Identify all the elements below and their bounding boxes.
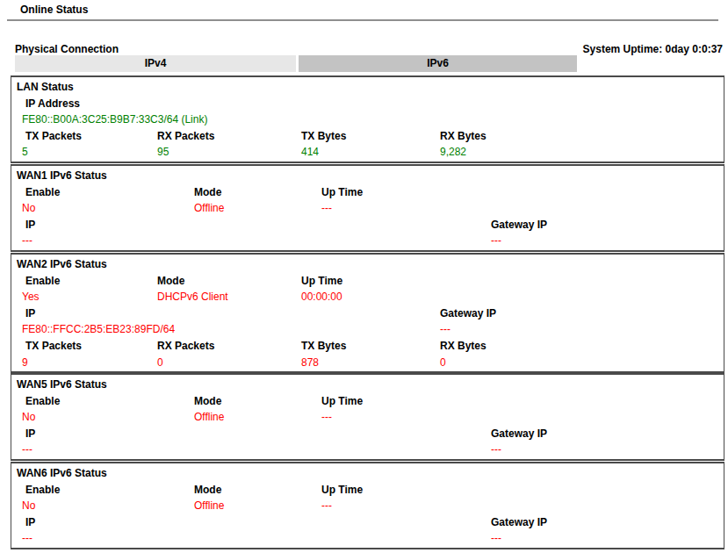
wan1-header-row: Enable Mode Up Time: [11, 184, 724, 201]
wan2-title-row: WAN2 IPv6 Status: [11, 256, 724, 273]
lan-ip-label-row: IP Address: [11, 96, 724, 112]
gateway-ip-value: ---: [491, 442, 501, 458]
tx-packets-value: 9: [22, 355, 28, 371]
wan5-status-title: WAN5 IPv6 Status: [17, 377, 107, 393]
wan2-stats-value-row: 9 0 878 0: [11, 355, 724, 371]
rx-bytes-value: 9,282: [440, 144, 466, 161]
enable-label: Enable: [25, 482, 60, 499]
wan6-value-row: No Offline ---: [11, 498, 724, 514]
ip-value: FE80::FFCC:2B5:EB23:89FD/64: [22, 321, 175, 338]
lan-status-panel: LAN Status IP Address FE80::B00A:3C25:B9…: [11, 75, 724, 163]
wan2-ip-label-row: IP Gateway IP: [11, 305, 724, 322]
mode-label: Mode: [194, 184, 221, 201]
wan6-ip-label-row: IP Gateway IP: [11, 514, 724, 531]
wan5-ip-label-row: IP Gateway IP: [11, 426, 724, 442]
mode-value: Offline: [194, 200, 224, 217]
uptime-value: 00:00:00: [301, 289, 342, 305]
uptime-label: Up Time: [321, 482, 363, 499]
enable-value: No: [22, 200, 35, 217]
ip-label: IP: [25, 305, 35, 322]
lan-ip-value-row: FE80::B00A:3C25:B9B7:33C3/64 (Link): [11, 111, 724, 128]
ip-label: IP: [25, 217, 35, 233]
wan1-status-panel: WAN1 IPv6 Status Enable Mode Up Time No …: [11, 164, 724, 252]
wan6-status-panel: WAN6 IPv6 Status Enable Mode Up Time No …: [11, 462, 724, 549]
gateway-ip-label: Gateway IP: [491, 217, 547, 233]
enable-value: Yes: [22, 289, 40, 305]
enable-label: Enable: [25, 184, 60, 201]
wan2-stats-header-row: TX Packets RX Packets TX Bytes RX Bytes: [11, 338, 724, 355]
wan1-status-title: WAN1 IPv6 Status: [17, 168, 107, 184]
lan-status-title: LAN Status: [17, 79, 74, 96]
lan-ip-address-value: FE80::B00A:3C25:B9B7:33C3/64 (Link): [22, 111, 207, 128]
gateway-ip-value: ---: [440, 321, 450, 338]
lan-title-row: LAN Status: [11, 79, 724, 96]
tx-packets-header: TX Packets: [25, 338, 82, 355]
wan2-header-row: Enable Mode Up Time: [11, 273, 724, 290]
lan-stats-header-row: TX Packets RX Packets TX Bytes RX Bytes: [11, 128, 724, 145]
tab-ipv6[interactable]: IPv6: [299, 55, 577, 72]
ip-value: ---: [22, 233, 32, 249]
tx-bytes-header: TX Bytes: [301, 338, 346, 355]
page-title: Online Status: [20, 4, 88, 16]
rx-packets-value: 0: [157, 355, 163, 371]
wan2-status-panel: WAN2 IPv6 Status Enable Mode Up Time Yes…: [11, 253, 724, 373]
rx-bytes-header: RX Bytes: [440, 128, 487, 145]
tx-bytes-value: 878: [301, 355, 319, 371]
rx-bytes-value: 0: [440, 355, 446, 371]
wan6-header-row: Enable Mode Up Time: [11, 482, 724, 499]
header-divider: [7, 19, 718, 21]
mode-label: Mode: [157, 273, 184, 290]
ip-address-label: IP Address: [25, 96, 80, 112]
rx-packets-value: 95: [157, 144, 169, 161]
uptime-label: Up Time: [301, 273, 342, 290]
wan5-title-row: WAN5 IPv6 Status: [11, 377, 724, 393]
enable-label: Enable: [25, 273, 60, 290]
enable-label: Enable: [25, 393, 60, 410]
ip-value: ---: [22, 442, 32, 458]
gateway-ip-label: Gateway IP: [440, 305, 496, 322]
wan5-status-panel: WAN5 IPv6 Status Enable Mode Up Time No …: [11, 373, 724, 461]
wan2-ip-value-row: FE80::FFCC:2B5:EB23:89FD/64 ---: [11, 321, 724, 338]
gateway-ip-label: Gateway IP: [491, 426, 547, 442]
wan6-status-title: WAN6 IPv6 Status: [17, 465, 107, 482]
ip-label: IP: [25, 514, 35, 531]
rx-packets-header: RX Packets: [157, 128, 214, 145]
mode-value: Offline: [194, 498, 224, 514]
uptime-value: ---: [321, 200, 332, 217]
rx-bytes-header: RX Bytes: [440, 338, 487, 355]
wan1-title-row: WAN1 IPv6 Status: [11, 168, 724, 184]
gateway-ip-value: ---: [491, 530, 501, 547]
uptime-label: Up Time: [321, 184, 363, 201]
enable-value: No: [22, 409, 35, 426]
mode-value: DHCPv6 Client: [157, 289, 228, 305]
gateway-ip-label: Gateway IP: [491, 514, 547, 531]
uptime-label: Up Time: [321, 393, 363, 410]
wan5-value-row: No Offline ---: [11, 409, 724, 426]
tab-ipv4[interactable]: IPv4: [15, 55, 296, 72]
wan1-ip-label-row: IP Gateway IP: [11, 217, 724, 233]
system-uptime: System Uptime: 0day 0:0:37: [583, 43, 723, 55]
uptime-value: ---: [321, 409, 332, 426]
wan5-header-row: Enable Mode Up Time: [11, 393, 724, 410]
tx-bytes-header: TX Bytes: [301, 128, 346, 145]
tx-bytes-value: 414: [301, 144, 319, 161]
ip-value: ---: [22, 530, 32, 547]
mode-value: Offline: [194, 409, 224, 426]
wan6-title-row: WAN6 IPv6 Status: [11, 465, 724, 482]
tx-packets-header: TX Packets: [25, 128, 82, 145]
uptime-value: ---: [321, 498, 332, 514]
rx-packets-header: RX Packets: [157, 338, 214, 355]
enable-value: No: [22, 498, 35, 514]
mode-label: Mode: [194, 482, 221, 499]
wan2-status-title: WAN2 IPv6 Status: [17, 256, 107, 273]
wan2-value-row: Yes DHCPv6 Client 00:00:00: [11, 289, 724, 305]
lan-stats-value-row: 5 95 414 9,282: [11, 144, 724, 161]
ip-label: IP: [25, 426, 35, 442]
wan6-ip-value-row: --- ---: [11, 530, 724, 547]
wan1-ip-value-row: --- ---: [11, 233, 724, 249]
gateway-ip-value: ---: [491, 233, 501, 249]
physical-connection-label: Physical Connection: [15, 43, 119, 55]
wan1-value-row: No Offline ---: [11, 200, 724, 217]
tx-packets-value: 5: [22, 144, 28, 161]
mode-label: Mode: [194, 393, 221, 410]
